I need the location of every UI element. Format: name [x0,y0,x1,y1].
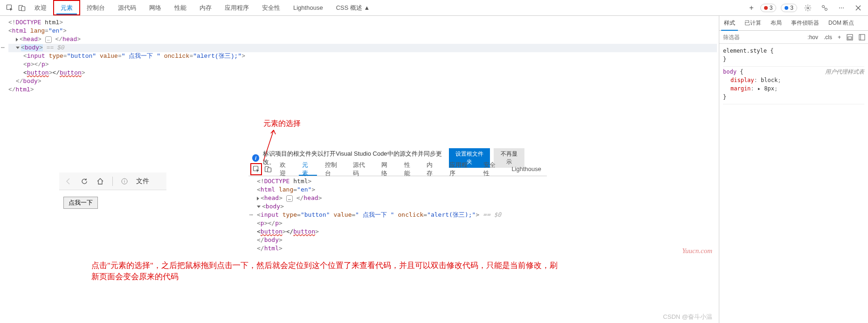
filter-input[interactable] [719,34,805,41]
dom-node[interactable]: </html> [257,244,501,253]
close-icon[interactable] [852,2,864,14]
errors-count: 3 [770,5,773,11]
dom-node[interactable]: <head> … </head> [8,35,717,44]
svg-point-3 [807,7,809,9]
tab-9[interactable]: Lighthouse [287,0,330,15]
device-icon[interactable] [262,163,274,175]
add-tab-button[interactable]: + [743,4,760,12]
dom-node[interactable]: <p></p> [257,219,501,227]
ua-stylesheet-label: 用户代理样式表 [825,68,864,76]
inspect-icon[interactable] [4,2,16,14]
dom-node[interactable]: <html lang="en"> [8,27,717,35]
tab-0[interactable]: 欢迎 [28,0,53,15]
dom-node[interactable]: <p></p> [8,61,717,69]
page-button[interactable]: 点我一下 [63,197,98,209]
watermark-csdn: CSDN @奋斗小温 [663,313,712,321]
svg-rect-8 [268,168,271,172]
inner-tab-7[interactable]: 应用程序 [444,162,478,176]
inner-tab-2[interactable]: 控制台 [319,162,348,176]
dom-node[interactable]: <button></button> [8,69,717,77]
inner-tab-6[interactable]: 内存 [421,162,444,176]
svg-point-5 [825,8,827,10]
styles-tab-4[interactable]: DOM 断点 [824,16,859,30]
watermark-yuucn: Yuucn.com [682,247,712,255]
dom-node[interactable]: </body> [257,236,501,244]
more-styles-icon[interactable] [856,34,868,41]
inner-tab-0[interactable]: 欢迎 [274,162,297,176]
computed-toggle-icon[interactable] [844,34,856,41]
issues-count: 3 [790,5,793,11]
file-info-icon: i [121,178,128,185]
dom-node[interactable]: <body> [257,202,501,211]
tab-5[interactable]: 性能 [168,0,193,15]
style-rules: element.style { } body { 用户代理样式表 display… [719,44,868,106]
dom-node[interactable]: <!DOCTYPE html> [8,19,717,27]
dom-tree-top[interactable]: <!DOCTYPE html><html lang="en"><head> … … [0,16,719,97]
tab-2[interactable]: 控制台 [80,0,111,15]
body-rule-block[interactable]: body { 用户代理样式表 display: block;margin: ▸ … [723,67,864,104]
devtools-toolbar: 欢迎元素控制台源代码网络性能内存应用程序安全性LighthouseCSS 概述 … [0,0,868,16]
styles-tab-1[interactable]: 已计算 [740,16,766,30]
gear-icon[interactable] [802,2,814,14]
svg-rect-2 [21,7,25,11]
inner-tab-8[interactable]: 安全性 [478,162,506,176]
dom-node[interactable]: <!DOCTYPE html> [257,177,501,186]
dom-tree-inner[interactable]: <!DOCTYPE html><html lang="en"><head> … … [257,177,501,253]
hov-button[interactable]: :hov [805,34,821,41]
main-split: <!DOCTYPE html><html lang="en"><head> … … [0,16,868,323]
tab-3[interactable]: 源代码 [111,0,143,15]
annotation-title: 元素的选择 [263,119,301,129]
inner-devtools-toolbar: 欢迎元素控制台源代码网络性能内存应用程序安全性Lighthouse [248,162,547,176]
tab-8[interactable]: 安全性 [255,0,287,15]
dom-node[interactable]: </html> [8,86,717,94]
styles-tab-3[interactable]: 事件侦听器 [786,16,824,30]
dom-node[interactable]: <head> … </head> [257,194,501,202]
back-icon[interactable] [65,178,72,185]
styles-panel: 样式已计算布局事件侦听器DOM 断点 :hov .cls + element.s… [719,16,868,323]
dom-node[interactable]: ⋯<input type="button" value=" 点我一下 " onc… [257,211,501,219]
activity-icon[interactable] [819,2,831,14]
svg-text:i: i [124,179,125,184]
tab-4[interactable]: 网络 [143,0,168,15]
device-icon[interactable] [16,2,28,14]
css-prop[interactable]: display: block; [723,76,864,84]
dom-node[interactable]: <html lang="en"> [257,186,501,194]
elements-panel: <!DOCTYPE html><html lang="en"><head> … … [0,16,719,323]
styles-filter-bar: :hov .cls + [719,31,868,44]
inner-tab-9[interactable]: Lighthouse [506,162,547,176]
inspect-icon[interactable] [250,163,262,175]
inner-tab-3[interactable]: 源代码 [347,162,376,176]
cls-button[interactable]: .cls [821,34,835,41]
devtools-tabs: 欢迎元素控制台源代码网络性能内存应用程序安全性LighthouseCSS 概述 … [28,0,743,15]
styles-tab-0[interactable]: 样式 [719,16,740,30]
tab-10[interactable]: CSS 概述 ▲ [330,0,377,15]
css-prop[interactable]: margin: ▸ 8px; [723,84,864,93]
dom-node[interactable]: <button></button> [257,227,501,236]
new-rule-icon[interactable]: + [835,34,844,41]
browser-nav: i 文件 [59,172,166,190]
errors-badge[interactable]: 3 [760,4,777,12]
reload-icon[interactable] [81,178,88,185]
tab-1[interactable]: 元素 [53,0,80,15]
styles-tabs: 样式已计算布局事件侦听器DOM 断点 [719,16,868,31]
tab-6[interactable]: 内存 [193,0,218,15]
dom-node[interactable]: </body> [8,77,717,86]
dom-node[interactable]: ⋯<body> == $0 [8,44,717,52]
page-content: 点我一下 [63,197,98,209]
element-style-block[interactable]: element.style { } [723,46,864,67]
home-icon[interactable] [96,178,104,185]
info-icon: i [252,154,259,162]
svg-rect-13 [859,34,865,40]
inner-tab-5[interactable]: 性能 [399,162,421,176]
issues-badge[interactable]: 3 [781,4,797,12]
styles-tab-2[interactable]: 布局 [766,16,786,30]
svg-point-4 [822,5,825,7]
more-icon[interactable]: ⋯ [835,2,847,14]
inner-tab-1[interactable]: 元素 [296,162,319,176]
svg-rect-12 [848,37,852,39]
tab-7[interactable]: 应用程序 [218,0,255,15]
address-text: 文件 [136,177,149,186]
inner-tab-4[interactable]: 网络 [376,162,399,176]
dom-node[interactable]: <input type="button" value=" 点我一下 " oncl… [8,52,717,61]
annotation-paragraph: 点击"元素的选择"，之后把鼠标拖到点击一下，然后就会定位到这个位置了来查看代码，… [91,260,558,282]
